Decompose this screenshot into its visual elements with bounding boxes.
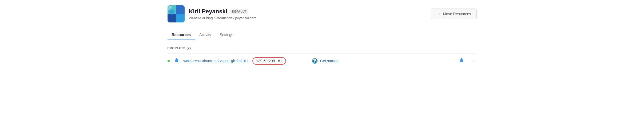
arrow-icon: → xyxy=(436,11,441,16)
svg-rect-1 xyxy=(176,5,185,14)
svg-line-8 xyxy=(169,9,169,9)
svg-rect-2 xyxy=(168,14,176,22)
svg-rect-3 xyxy=(176,14,185,22)
droplet-name-link[interactable]: wordpress-ubuntu-s-1vcpu-1gb-fra1-01 xyxy=(184,59,248,63)
droplet-water-icon xyxy=(174,57,179,64)
ip-address: 139.59.208.181 xyxy=(252,57,286,65)
tabs-nav: Resources Activity Settings xyxy=(168,30,477,40)
droplet-right-water-icon[interactable] xyxy=(459,57,464,64)
svg-line-7 xyxy=(171,7,171,7)
project-name: Kiril Peyanski xyxy=(189,8,227,15)
status-dot xyxy=(168,60,170,62)
get-started-area[interactable]: Get started xyxy=(312,58,339,64)
tab-resources[interactable]: Resources xyxy=(168,30,195,40)
wordpress-icon xyxy=(312,58,318,64)
default-badge: DEFAULT xyxy=(230,9,248,14)
page-header: Kiril Peyanski DEFAULT Website or blog /… xyxy=(168,5,477,22)
project-icon xyxy=(168,5,185,22)
header-left: Kiril Peyanski DEFAULT Website or blog /… xyxy=(168,5,256,22)
header-title-row: Kiril Peyanski DEFAULT xyxy=(189,8,256,15)
droplets-section-header: DROPLETS (2) xyxy=(168,46,477,50)
more-options-button[interactable]: ··· xyxy=(468,58,477,64)
tab-settings[interactable]: Settings xyxy=(215,30,237,40)
move-resources-label: Move Resources xyxy=(443,12,471,16)
header-info: Kiril Peyanski DEFAULT Website or blog /… xyxy=(189,8,256,20)
get-started-link[interactable]: Get started xyxy=(320,59,339,63)
move-resources-button[interactable]: → Move Resources xyxy=(431,9,476,19)
tab-activity[interactable]: Activity xyxy=(195,30,215,40)
droplet-row: wordpress-ubuntu-s-1vcpu-1gb-fra1-01 139… xyxy=(168,53,477,68)
ip-address-container: 139.59.208.181 xyxy=(252,59,286,63)
project-subtitle: Website or blog / Production / peyanski.… xyxy=(189,16,256,20)
